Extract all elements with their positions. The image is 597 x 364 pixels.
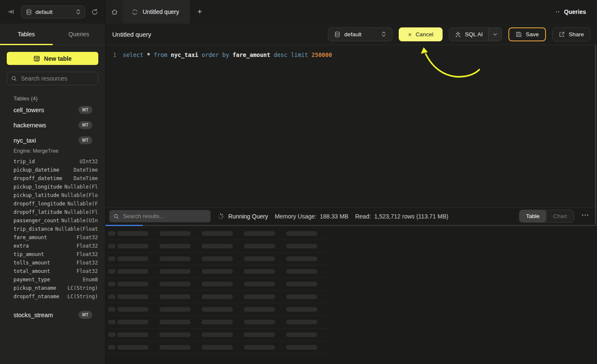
column-row[interactable]: trip_idUInt32 [14,157,98,166]
results-search[interactable] [109,210,211,222]
toggle-label: Table [526,213,540,219]
sidebar-search[interactable] [7,72,98,85]
column-row[interactable]: tolls_amountFloat32 [14,259,98,267]
sql-statement: select * from nyc_taxi order by fare_amo… [123,51,332,59]
table-item-hackernews[interactable]: hackernewsMT [7,118,98,132]
column-row[interactable]: extraFloat32 [14,242,98,250]
sql-ai-dropdown-button[interactable] [488,28,502,41]
sql-editor[interactable]: 1 select * from nyc_taxi order by fare_a… [105,45,597,208]
query-database-selector[interactable]: default [328,27,392,41]
sql-token-keyword: limit [291,51,308,58]
sql-ai-button[interactable]: SQL AI [449,28,488,41]
sql-token-ident: nyc_taxi [171,51,198,58]
skeleton-cell [117,294,149,299]
skeleton-cell [108,332,116,337]
memory-label: Memory Usage: [275,213,316,220]
skeleton-row [105,329,328,341]
search-icon [113,213,119,219]
sidebar-body: New table Tables (4) cell_towersMThacker… [0,45,105,329]
topbar-left-section: default [0,0,105,24]
engine-badge: MT [78,311,92,319]
skeleton-cell [244,294,275,299]
sql-ai-label: SQL AI [465,31,483,38]
sidebar-tabs: Tables Queries [0,24,105,45]
database-selector[interactable]: default [21,5,85,19]
skeleton-cell [244,244,275,248]
column-row[interactable]: tip_amountFloat32 [14,250,98,259]
skeleton-cell [108,307,116,312]
column-row[interactable]: total_amountFloat32 [14,267,98,275]
read-value: 1,523,712 rows (113.71 MB) [374,213,448,220]
skeleton-row [105,278,328,291]
sql-token-plain [167,51,171,58]
column-name: dropoff_ntaname [14,294,59,299]
sidebar-tab-queries[interactable]: Queries [53,24,105,45]
view-toggle-chart[interactable]: Chart [546,210,574,222]
column-row[interactable]: dropoff_latitudeNullable(Fl [14,208,98,216]
column-row[interactable]: payment_typeEnum8 [14,275,98,284]
search-results-input[interactable] [122,213,206,220]
cancel-label: Cancel [416,31,433,38]
skeleton-row [105,240,328,253]
skeleton-cell [159,320,191,324]
table-name: nyc_taxi [14,137,36,144]
column-name: passenger_count [14,218,59,224]
status-text: Running Query [228,213,268,220]
skeleton-cell [159,244,191,248]
skeleton-cell [244,345,275,350]
skeleton-cell [159,282,191,286]
query-progress-fill [105,225,143,226]
column-list: trip_idUInt32pickup_datetimeDateTimedrop… [14,157,98,301]
column-name: payment_type [14,277,50,283]
query-status: Running Query [217,213,268,220]
read-label: Read: [355,213,371,220]
share-button[interactable]: Share [552,27,590,41]
query-toolbar: Untitled query default × Cancel SQL AI [105,24,597,45]
column-row[interactable]: dropoff_longitudeNullable(F [14,200,98,208]
column-row[interactable]: pickup_latitudeNullable(Flo [14,191,98,200]
skeleton-cell [286,320,317,324]
column-row[interactable]: passenger_countNullable(UIn [14,216,98,225]
queries-menu-button[interactable]: ·· Queries [545,0,597,24]
skeleton-cell [202,345,233,350]
column-name: pickup_longitude [14,184,62,190]
tab-untitled-query[interactable]: Untitled query [123,0,190,24]
query-progress-bar [105,225,597,226]
skeleton-cell [108,294,116,299]
refresh-icon[interactable] [90,8,99,16]
results-toolbar: Running Query Memory Usage: 188.33 MB Re… [105,208,597,223]
skeleton-cell [117,244,149,248]
editor-scrollbar[interactable] [595,45,596,224]
column-type: Nullable(Flo [61,192,98,198]
column-row[interactable]: dropoff_datetimeDateTime [14,174,98,183]
table-item-nyc_taxi[interactable]: nyc_taxiMT [7,133,98,147]
skeleton-cell [244,282,275,286]
skeleton-cell [117,320,149,324]
new-table-button[interactable]: New table [7,52,98,65]
collapse-sidebar-icon[interactable] [6,7,16,17]
view-toggle-table[interactable]: Table [519,210,546,222]
column-row[interactable]: pickup_longitudeNullable(Fl [14,183,98,191]
search-resources-input[interactable] [20,75,94,82]
skeleton-cell [286,294,317,299]
read-stat: Read: 1,523,712 rows (113.71 MB) [355,213,448,220]
home-tab[interactable] [105,0,123,24]
table-item-cell_towers[interactable]: cell_towersMT [7,103,98,117]
column-row[interactable]: fare_amountFloat32 [14,233,98,242]
skeleton-cell [117,345,149,350]
column-row[interactable]: pickup_datetimeDateTime [14,166,98,174]
column-row[interactable]: pickup_ntanameLC(String) [14,284,98,292]
column-row[interactable]: dropoff_ntanameLC(String) [14,292,98,301]
skeleton-cell [159,294,191,299]
column-type: DateTime [73,175,98,181]
cancel-button[interactable]: × Cancel [399,27,443,41]
column-row[interactable]: trip_distanceNullable(Float [14,225,98,233]
query-running-icon [132,9,138,15]
sql-token-ident: * [147,51,150,58]
table-item-stocks_stream[interactable]: stocks_streamMT [7,308,98,322]
save-button[interactable]: Save [508,27,546,41]
skeleton-cell [202,231,233,236]
more-options-button[interactable]: ··· [581,211,593,221]
sidebar-tab-tables[interactable]: Tables [0,24,53,45]
new-tab-button[interactable]: + [190,0,209,24]
